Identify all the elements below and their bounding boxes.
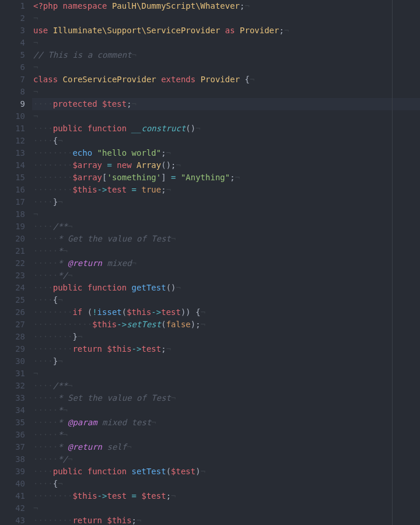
token-ws: ····· [33,393,58,402]
code-line[interactable]: ·····*/¬ [32,270,420,282]
code-line[interactable]: ····/**¬ [32,380,420,392]
token-punc: { [240,75,250,84]
token-ws: ¬ [58,136,62,145]
token-fn: setTest [132,467,166,476]
token-ws: ········ [33,491,72,501]
token-punc [58,75,62,84]
code-line[interactable]: ¬ [32,37,420,49]
code-line[interactable]: ····}¬ [32,196,420,208]
code-line[interactable]: ·····* @return self¬ [32,441,420,453]
code-line[interactable]: ¬ [32,12,420,24]
code-line[interactable]: ·····* Get the value of Test¬ [32,233,420,245]
code-line[interactable]: ········return $this;¬ [32,514,420,525]
token-punc [97,99,102,108]
line-number: 34 [0,404,25,416]
line-number: 11 [0,123,25,135]
line-number: 27 [0,318,25,331]
token-punc [58,1,62,10]
code-line[interactable]: ····protected $test;¬ [32,98,420,110]
token-ws: ········ [33,148,72,158]
token-punc: } [72,332,77,341]
code-line[interactable]: ········return $this->test;¬ [32,343,420,355]
line-number: 8 [0,86,25,98]
token-fn: isset [97,307,122,317]
line-number: 33 [0,392,25,404]
token-ws: ¬ [132,50,136,60]
code-line[interactable]: ¬ [32,502,420,514]
token-ws: ¬ [132,258,136,268]
token-prop: test [161,307,181,317]
code-line[interactable]: ········if (!isset($this->test)) {¬ [32,306,420,318]
token-op: -> [117,320,127,329]
code-line[interactable]: ·····*¬ [32,245,420,257]
code-line[interactable]: ·····*¬ [32,404,420,416]
token-ws: ····· [33,246,58,256]
token-ws: ············ [33,320,92,329]
token-punc: ( [122,307,127,317]
code-line[interactable]: ¬ [32,368,420,380]
code-line[interactable]: ·····* @return mixed¬ [32,257,420,270]
line-number: 5 [0,49,25,61]
token-ws: ···· [33,381,53,390]
code-line[interactable]: ·····* Set the value of Test¬ [32,392,420,404]
code-line[interactable]: ·····* @param mixed test¬ [32,416,420,429]
code-line[interactable]: ········$this->test = $test;¬ [32,490,420,502]
code-line[interactable]: ¬ [32,86,420,98]
code-line[interactable]: ¬ [32,61,420,74]
token-const: false [166,320,191,329]
code-line[interactable]: ·····*¬ [32,429,420,441]
code-line[interactable]: ¬ [32,208,420,220]
line-number: 16 [0,184,25,196]
code-line[interactable]: ····}¬ [32,355,420,368]
code-line[interactable]: ············$this->setTest(false);¬ [32,318,420,331]
code-line[interactable]: ····public function __construct()¬ [32,123,420,135]
code-line[interactable]: ········$this->test = true;¬ [32,184,420,196]
code-line[interactable]: // This is a comment¬ [32,49,420,61]
token-ws: ¬ [176,283,180,292]
code-editor[interactable]: 1234567891011121314151617181920212223242… [0,0,420,525]
token-punc [82,467,87,476]
token-var: $this [92,320,117,329]
code-line[interactable]: ····{¬ [32,294,420,306]
token-fn: getTest [132,283,166,292]
token-punc [48,26,52,35]
code-area[interactable]: <?php namespace PaulH\DummyScript\Whatev… [32,0,420,525]
code-line[interactable]: use Illuminate\Support\ServiceProvider a… [32,24,420,37]
code-line[interactable]: class CoreServiceProvider extends Provid… [32,74,420,86]
token-kw2: function [88,283,127,292]
token-cls: Provider [201,75,240,84]
token-prop: test [107,185,127,194]
line-number: 35 [0,416,25,429]
token-op: = [132,185,136,194]
token-fn: echo [72,148,92,158]
code-line[interactable]: <?php namespace PaulH\DummyScript\Whatev… [32,0,420,12]
code-line[interactable]: ¬ [32,110,420,123]
token-ws: ¬ [68,454,72,464]
token-var: $test [171,467,195,476]
token-punc [127,491,131,501]
code-line[interactable]: ····public function setTest($test)¬ [32,466,420,478]
line-number: 17 [0,196,25,208]
token-punc: ); [191,320,201,329]
code-line[interactable]: ····public function getTest()¬ [32,282,420,294]
token-var: $test [102,99,127,108]
code-line[interactable]: ····{¬ [32,478,420,490]
code-line[interactable]: ········echo "hello world";¬ [32,147,420,159]
token-ws: ········ [33,344,72,354]
token-prop: test [107,491,127,501]
token-kw2: public [53,124,83,133]
code-line[interactable]: ········$array['something'] = "Anything"… [32,172,420,184]
line-number: 3 [0,24,25,37]
token-ws: ¬ [235,173,240,182]
code-line[interactable]: ········$array = new Array();¬ [32,159,420,172]
line-number: 2 [0,12,25,24]
code-line[interactable]: ····{¬ [32,135,420,147]
token-op: = [132,491,136,501]
token-ws: ···· [33,479,53,488]
code-line[interactable]: ····/**¬ [32,220,420,233]
code-line[interactable]: ·····*/¬ [32,453,420,466]
token-kw2: namespace [63,1,107,10]
token-punc: ; [161,148,166,158]
code-line[interactable]: ········}¬ [32,331,420,343]
token-ws: ¬ [68,381,72,390]
